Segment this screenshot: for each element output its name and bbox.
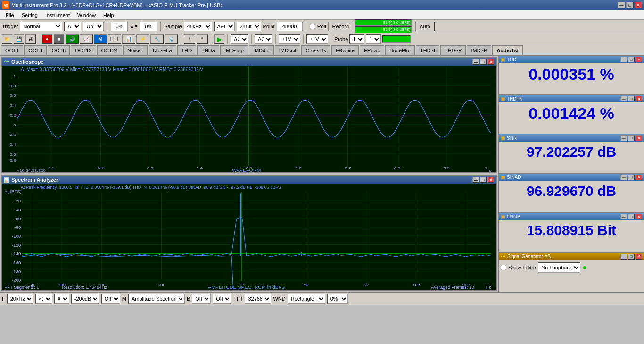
thdN-minimize-btn[interactable]: — [620,96,627,101]
trigger-mode-dropdown[interactable]: Normal [20,22,62,31]
thd-close-btn[interactable]: ✕ [636,57,642,62]
tb2-save-btn[interactable]: 💾 [14,34,24,44]
minimize-btn[interactable]: — [618,2,625,8]
tab-thdtof[interactable]: THD~f [416,45,439,55]
ch-dropdown[interactable]: A [54,294,69,304]
sinad-maximize-btn[interactable]: □ [628,175,635,180]
tab-imdccif[interactable]: IMDccif [275,45,301,55]
menu-instrument[interactable]: Instrument [41,11,74,19]
auto-button[interactable]: Auto [415,22,435,31]
tb2-rec-btn[interactable]: ● [42,34,52,44]
tb2-open-btn[interactable]: 📂 [2,34,12,44]
osc-minimize-btn[interactable]: — [472,59,479,65]
fft-dropdown[interactable]: 32768 [245,294,271,304]
snr-minimize-btn[interactable]: — [620,135,627,141]
db-dropdown[interactable]: -200dB [71,294,99,304]
point-input[interactable] [277,22,303,31]
menu-help[interactable]: Help [99,11,118,19]
off1-dropdown[interactable]: Off [101,294,120,304]
tab-oct6[interactable]: OCT6 [48,45,70,55]
tab-bodeplot[interactable]: BodePlot [385,45,415,55]
tab-thd[interactable]: THD [177,45,197,55]
tab-thda[interactable]: THDa [197,45,219,55]
thd-maximize-btn[interactable]: □ [628,57,635,62]
probe1-dropdown[interactable]: 1 [349,34,364,44]
tb2-icon5[interactable]: 📊 [122,34,135,44]
roll-checkbox[interactable] [310,24,315,29]
close-btn[interactable]: ✕ [635,2,642,8]
probe2-dropdown[interactable]: 1 [366,34,381,44]
thdN-close-btn[interactable]: ✕ [636,96,642,101]
osc-maximize-btn[interactable]: □ [480,59,487,65]
osc-close-btn[interactable]: ✕ [487,59,494,65]
percent-dropdown[interactable]: 0% [327,294,348,304]
tb2-play-btn[interactable]: ▶ [214,34,224,44]
tb2-chA[interactable]: ᴬ [184,34,195,44]
siggen-maximize-btn[interactable]: □ [628,254,635,260]
siggen-minimize-btn[interactable]: — [620,254,627,260]
window-type-dropdown[interactable]: Rectangle [288,294,325,304]
off3-dropdown[interactable]: Off [213,294,231,304]
tb2-icon6[interactable]: ⚡ [136,34,149,44]
tab-imdtop[interactable]: IMD~P [467,45,491,55]
thd-minimize-btn[interactable]: — [620,57,627,62]
loopback-dropdown[interactable]: No Loopback [538,262,580,273]
show-editor-checkbox[interactable] [501,265,506,270]
tab-oct1[interactable]: OCT1 [1,45,23,55]
channel-dropdown[interactable]: A [64,22,81,31]
off2-dropdown[interactable]: Off [192,294,211,304]
tab-frswp[interactable]: FRswp [360,45,384,55]
percent1-input[interactable] [111,22,128,31]
thdN-maximize-btn[interactable]: □ [628,96,635,101]
tb2-icon8[interactable]: 📡 [165,34,178,44]
bit-dropdown[interactable]: 24Bit [237,22,261,31]
tab-imdsmp[interactable]: IMDsmp [220,45,248,55]
voltage2-dropdown[interactable]: ±1V [306,34,328,44]
enob-minimize-btn[interactable]: — [620,214,627,219]
sinad-close-btn[interactable]: ✕ [636,175,642,180]
tab-thdtop[interactable]: THD~P [440,45,466,55]
tb2-stop-btn[interactable]: ■ [54,34,64,44]
tb2-icon3[interactable]: M [94,34,107,44]
tab-imddin[interactable]: IMDdin [249,45,274,55]
ac-dc-dropdown2[interactable]: ACDC [255,34,272,44]
tab-oct3[interactable]: OCT3 [24,45,46,55]
voltage1-dropdown[interactable]: ±1V [279,34,300,44]
maximize-btn[interactable]: □ [626,2,634,8]
svg-text:0.1: 0.1 [48,166,54,170]
tab-crosstlk[interactable]: CrossTlk [301,45,330,55]
record-button[interactable]: Record [328,22,353,31]
tab-frwhite[interactable]: FRwhite [331,45,359,55]
siggen-close-btn[interactable]: ✕ [636,254,642,260]
spec-maximize-btn[interactable]: □ [480,177,487,183]
sinad-minimize-btn[interactable]: — [620,175,627,180]
tb2-icon4[interactable]: FFT [108,34,121,44]
tb2-icon7[interactable]: 🔧 [150,34,164,44]
mult-dropdown[interactable]: ×1 [35,294,52,304]
spec-type-dropdown[interactable]: Amplitude Spectrum [128,294,185,304]
enob-close-btn[interactable]: ✕ [636,214,642,219]
tab-audiotst[interactable]: AudioTst [492,45,523,55]
spec-close-btn[interactable]: ✕ [487,177,494,183]
percent2-input[interactable] [140,22,157,31]
enob-maximize-btn[interactable]: □ [628,214,635,219]
direction-dropdown[interactable]: Up [83,22,104,31]
freq-dropdown[interactable]: 20kHz [7,294,33,304]
tb2-print-btn[interactable]: 🖨 [25,34,36,44]
ab-dropdown[interactable]: A&B [214,22,235,31]
menu-file[interactable]: File [2,11,18,19]
snr-close-btn[interactable]: ✕ [636,135,642,141]
tab-noisela[interactable]: NoiseLa [149,45,176,55]
menu-setting[interactable]: Setting [18,11,41,19]
menu-window[interactable]: Window [74,11,99,19]
sample-rate-dropdown[interactable]: 48kHz [184,22,212,31]
ac-dc-dropdown1[interactable]: ACDC [231,34,248,44]
tb2-chB[interactable]: ᴮ [197,34,208,44]
spec-minimize-btn[interactable]: — [472,177,479,183]
snr-maximize-btn[interactable]: □ [628,135,635,141]
tab-noisel[interactable]: NoiseL [123,45,148,55]
tb2-icon2[interactable]: 📈 [80,34,93,44]
tb2-icon1[interactable]: 🔊 [66,34,79,44]
tab-oct24[interactable]: OCT24 [97,45,122,55]
tab-oct12[interactable]: OCT12 [71,45,96,55]
